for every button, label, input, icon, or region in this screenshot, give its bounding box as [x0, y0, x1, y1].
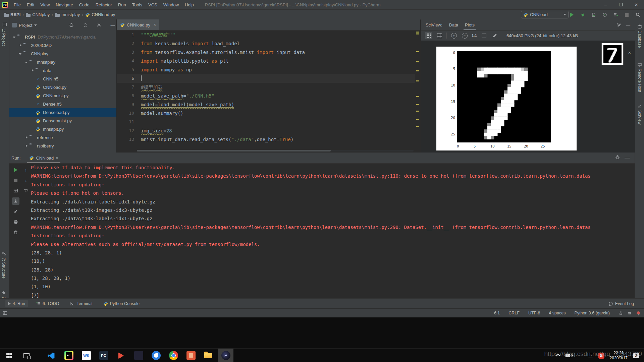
concurrency-diagram-button[interactable] [612, 11, 619, 18]
inspections-indicator[interactable] [416, 32, 419, 35]
tree-item-mnistplt-py[interactable]: mnistplt.py [9, 125, 116, 133]
tree-item-cnnload-py[interactable]: CNNload.py [9, 83, 116, 92]
stop-button[interactable] [12, 177, 19, 184]
notification-center-button[interactable]: 2 [633, 353, 639, 358]
panel-settings-button[interactable] [95, 22, 103, 28]
tab-plots[interactable]: Plots [462, 19, 478, 30]
clear-all-button[interactable] [12, 229, 19, 236]
sidebar-item-sciview[interactable]: SciView [637, 104, 642, 124]
chevron-collapsed-icon[interactable] [25, 136, 28, 139]
tree-item-data[interactable]: data [9, 66, 116, 75]
tree-item-densemnist-py[interactable]: Densemnist.py [9, 117, 116, 125]
toolwindow-switcher-icon[interactable] [3, 311, 7, 315]
plot-viewport[interactable]: 05101520250510152025 × [421, 41, 635, 153]
event-log-button[interactable]: Event Log [608, 301, 634, 306]
minimize-button[interactable]: – [598, 0, 613, 9]
tree-item-denseload-py[interactable]: Denseload.py [9, 108, 116, 117]
code-area[interactable]: 1"""CNN加载"""2from keras.models import lo… [117, 31, 415, 153]
thumbnail-close-icon[interactable]: × [628, 50, 631, 55]
run-tab-close-icon[interactable]: × [56, 156, 58, 161]
tree-item-refrence[interactable]: refrence [9, 133, 116, 142]
fit-zoom-button[interactable] [425, 32, 432, 39]
zoom-out-button[interactable]: − [461, 32, 468, 39]
editor-horizontal-scrollbar[interactable] [137, 150, 414, 152]
hide-panel-button[interactable]: — [625, 155, 630, 161]
down-stack-button[interactable]: ↓ [22, 177, 30, 184]
hector-inspector-icon[interactable] [627, 311, 632, 315]
chevron-collapsed-icon[interactable] [19, 44, 22, 47]
eyedropper-button[interactable] [491, 32, 498, 39]
taskbar-clock[interactable]: 22:21 2020/3/17 [610, 351, 628, 361]
chevron-down-icon[interactable] [34, 24, 37, 27]
start-button[interactable] [1, 349, 17, 362]
line-separator[interactable]: CRLF [508, 311, 520, 315]
close-button[interactable]: ✕ [629, 0, 644, 9]
actual-size-button[interactable] [480, 32, 488, 39]
plot-thumbnail[interactable] [602, 43, 623, 65]
gear-icon[interactable] [616, 22, 621, 27]
input-indicator-icon[interactable] [588, 353, 593, 358]
locate-file-button[interactable] [68, 22, 75, 28]
up-stack-button[interactable]: ↑ [22, 166, 30, 174]
menu-navigate[interactable]: Navigate [53, 1, 76, 9]
toolwindow-python-console[interactable]: Python Console [101, 300, 142, 307]
chevron-expanded-icon[interactable] [19, 52, 22, 56]
taskbar-app-chrome[interactable] [166, 349, 181, 362]
zoom-1-1-button[interactable]: 1:1 [472, 34, 477, 38]
chevron-collapsed-icon[interactable] [31, 69, 34, 72]
breadcrumb-item[interactable]: RSPI [4, 12, 20, 17]
indent-setting[interactable]: 4 spaces [549, 311, 566, 315]
project-panel-title[interactable]: Project [19, 23, 32, 28]
menu-vcs[interactable]: VCS [145, 1, 160, 9]
battery-icon[interactable] [565, 354, 572, 357]
menu-edit[interactable]: Edit [24, 1, 37, 9]
sidebar-item-structure[interactable]: 7: Structure [1, 251, 6, 279]
chevron-expanded-icon[interactable] [25, 61, 28, 64]
gear-icon[interactable] [615, 155, 620, 161]
interpreter-label[interactable]: Python 3.6 (garcla) [574, 311, 610, 315]
menu-window[interactable]: Window [160, 1, 182, 9]
chevron-expanded-icon[interactable] [13, 36, 16, 39]
toolwindow-run[interactable]: 4: Run [5, 300, 28, 307]
toolwindow-todo[interactable]: 6: TODO [33, 300, 62, 307]
run-button[interactable] [568, 11, 575, 18]
sidebar-item-remote-host[interactable]: Remote Host [637, 62, 642, 92]
taskbar-app-redapp[interactable] [113, 349, 129, 362]
taskbar-app-pc[interactable]: PC [96, 349, 111, 362]
taskbar-app-wps[interactable]: WS [78, 349, 94, 362]
lock-icon[interactable] [619, 311, 623, 315]
breadcrumb-item[interactable]: CNNplay [26, 12, 50, 17]
chevron-collapsed-icon[interactable] [25, 144, 28, 148]
tab-data[interactable]: Data [446, 19, 462, 30]
editor-error-stripe[interactable] [415, 31, 420, 153]
task-view-button[interactable] [19, 349, 34, 362]
hide-panel-button[interactable]: — [626, 22, 630, 27]
tree-item-rspiberry[interactable]: rspiberry [9, 142, 116, 150]
print-button[interactable] [12, 218, 19, 226]
pin-tab-button[interactable] [12, 208, 19, 215]
toolwindow-terminal[interactable]: Terminal [67, 300, 95, 307]
tree-item-mnistplay[interactable]: mnistplay [9, 58, 116, 66]
tray-expand-chevron-icon[interactable] [556, 353, 560, 358]
taskbar-app-blueapp[interactable] [148, 349, 164, 362]
hide-panel-button[interactable]: — [109, 22, 116, 28]
menu-view[interactable]: View [37, 1, 53, 9]
grid-button[interactable] [436, 32, 443, 39]
menu-run[interactable]: Run [115, 1, 129, 9]
menu-file[interactable]: File [11, 1, 24, 9]
profiler-button[interactable] [601, 11, 608, 18]
tab-cnnload[interactable]: CNNload.py × [117, 19, 159, 30]
collapse-all-button[interactable] [82, 22, 89, 28]
soft-wrap-button[interactable] [22, 187, 30, 194]
file-encoding[interactable]: UTF-8 [528, 311, 540, 315]
tree-item-2020icmd[interactable]: 2020ICMD [9, 41, 116, 50]
menu-tools[interactable]: Tools [129, 1, 145, 9]
scroll-to-end-button[interactable] [12, 197, 19, 205]
tree-item-cnn-h5[interactable]: ?CNN.h5 [9, 75, 116, 83]
breadcrumb-item[interactable]: mnistplay [55, 12, 80, 17]
taskbar-app-calculator[interactable] [131, 349, 146, 362]
run-configuration-select[interactable]: CNNload [521, 11, 569, 18]
taskbar-app-galaxy[interactable] [218, 349, 233, 362]
stop-button[interactable] [623, 11, 630, 18]
tree-item-dense-h5[interactable]: ?Dense.h5 [9, 100, 116, 108]
